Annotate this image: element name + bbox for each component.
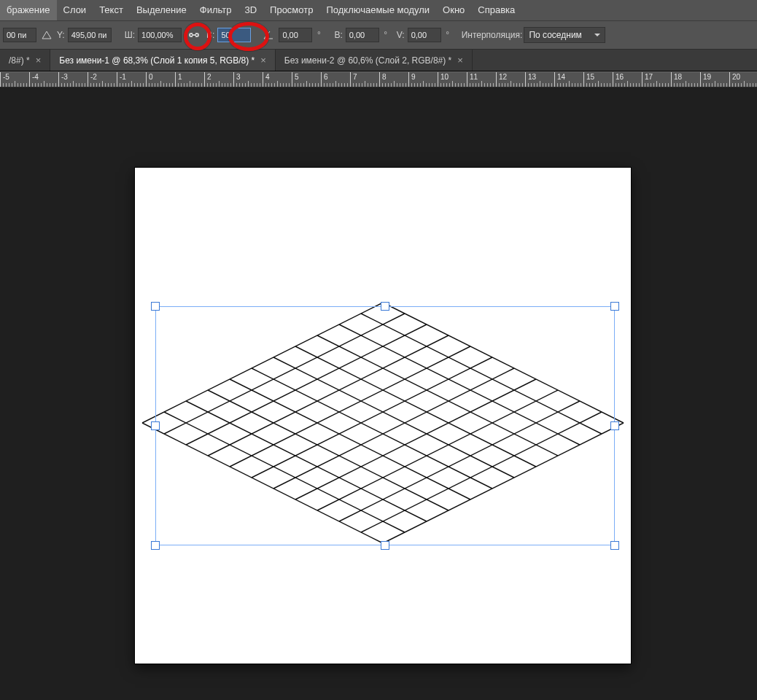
interp-label: Интерполяция: [462, 30, 523, 40]
menu-3d[interactable]: 3D [238, 0, 263, 20]
menu-plugins[interactable]: Подключаемые модули [319, 0, 436, 20]
menu-bar: бражение Слои Текст Выделение Фильтр 3D … [0, 0, 757, 20]
skew-v-label: V: [397, 30, 405, 40]
skew-h-input[interactable] [346, 28, 379, 42]
close-icon[interactable]: × [457, 55, 463, 65]
horizontal-ruler[interactable]: -5-4-3-2-1012345678910111213141516171819… [0, 71, 757, 88]
y-label: Y: [57, 30, 65, 40]
aspect-lock-icon[interactable] [186, 28, 202, 42]
width-label: Ш: [125, 30, 135, 40]
width-input[interactable] [138, 28, 182, 42]
document-tabs: /8#) * × Без имени-1 @ 68,3% (Слой 1 коп… [0, 50, 757, 71]
menu-text[interactable]: Текст [93, 0, 130, 20]
tab-label: /8#) * [9, 55, 30, 66]
skew-v-unit: ° [444, 30, 451, 40]
menu-help[interactable]: Справка [471, 0, 521, 20]
transform-handle[interactable] [151, 541, 160, 550]
svg-rect-0 [192, 34, 196, 36]
rotate-unit: ° [315, 30, 322, 40]
skew-h-unit: ° [382, 30, 389, 40]
close-icon[interactable]: × [36, 55, 42, 65]
menu-filter[interactable]: Фильтр [193, 0, 238, 20]
transform-handle[interactable] [381, 541, 389, 550]
work-area[interactable] [0, 88, 757, 700]
interp-value: По соседним [529, 30, 581, 40]
transform-handle[interactable] [610, 421, 619, 430]
height-input[interactable] [217, 28, 251, 42]
transform-handle[interactable] [151, 421, 160, 430]
canvas[interactable] [135, 168, 631, 664]
tab-doc-0[interactable]: /8#) * × [0, 50, 50, 71]
tab-label: Без имени-2 @ 60,6% (Слой 2, RGB/8#) * [284, 55, 452, 66]
menu-view[interactable]: Просмотр [263, 0, 319, 20]
menu-layers[interactable]: Слои [57, 0, 93, 20]
rotate-input[interactable] [279, 28, 312, 42]
transform-handle[interactable] [151, 302, 160, 311]
tab-doc-1[interactable]: Без имени-1 @ 68,3% (Слой 1 копия 5, RGB… [50, 50, 276, 71]
transform-handle[interactable] [381, 302, 389, 311]
y-input[interactable] [68, 28, 112, 42]
interp-dropdown[interactable]: По соседним [524, 27, 605, 43]
grid-artwork [135, 168, 631, 664]
menu-select[interactable]: Выделение [130, 0, 193, 20]
transform-handle[interactable] [610, 302, 619, 311]
height-label: В: [206, 30, 214, 40]
menu-window[interactable]: Окно [436, 0, 471, 20]
skew-v-input[interactable] [408, 28, 441, 42]
close-icon[interactable]: × [260, 55, 266, 65]
menu-image[interactable]: бражение [0, 0, 57, 20]
x-input[interactable] [3, 28, 36, 42]
skew-h-label: В: [334, 30, 342, 40]
tab-label: Без имени-1 @ 68,3% (Слой 1 копия 5, RGB… [59, 55, 255, 66]
rotate-icon [263, 29, 274, 41]
transform-handle[interactable] [610, 541, 619, 550]
tab-doc-2[interactable]: Без имени-2 @ 60,6% (Слой 2, RGB/8#) * × [276, 50, 473, 71]
reference-point-icon[interactable] [41, 29, 53, 41]
transform-options-bar: Y: Ш: В: ° В: ° V: ° Интерполяция: По со… [0, 20, 757, 50]
